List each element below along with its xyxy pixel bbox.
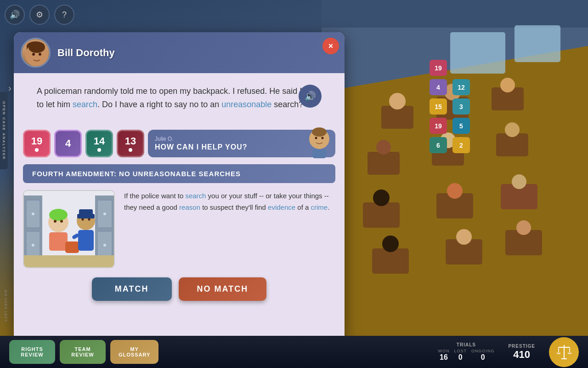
content-description: If the police want to search you or your… [124,190,335,268]
svg-point-70 [54,220,57,223]
settings-icon: ⚙ [36,10,43,20]
svg-point-65 [103,213,106,215]
svg-text:19: 19 [435,64,442,72]
dialog-body: A policeman randomly told me to open my … [23,73,335,130]
card-dot-1 [35,148,39,152]
card-14-teal[interactable]: 14 [85,130,113,157]
svg-text:6: 6 [436,142,440,149]
won-label: WON [438,349,449,353]
helper-avatar [305,127,333,161]
stats-section: TRIALS WON 16 LOST 0 ONGOING 0 PRESTIGE … [438,337,579,367]
svg-point-48 [28,42,45,53]
desc-mid3: of a [295,203,311,211]
audio-play-icon: 🔊 [305,91,316,102]
crime-link[interactable]: crime [311,203,328,211]
reason-link[interactable]: reason [179,203,200,211]
dialog-message: A policeman randomly told me to open my … [37,85,322,111]
side-panel-arrow[interactable]: › [8,83,11,93]
card-19-pink[interactable]: 19 [23,130,51,157]
no-match-button[interactable]: NO MATCH [179,277,267,301]
dialog-panel: Bill Dorothy × A policeman randomly told… [14,32,345,363]
amendment-banner: FOURTH AMENDMENT: NO UNREASONABLE SEARCH… [23,164,335,183]
svg-text:19: 19 [435,122,442,130]
side-panel-container: OPEN CASE ANALYZER › [0,92,8,169]
close-dialog-button[interactable]: × [322,38,339,54]
helper-avatar-svg [305,127,333,160]
trials-won: WON 16 [438,349,449,362]
card-dot-2 [97,148,101,152]
lost-value: 0 [458,353,463,362]
unreasonable-link[interactable]: unreasonable [221,100,271,109]
prestige-value: 410 [513,349,530,361]
desc-end: . [328,203,329,211]
my-glossary-label: MY GLOSSARY [119,346,150,357]
scales-svg [555,343,573,361]
ongoing-label: ONGOING [471,349,495,353]
svg-text:5: 5 [459,122,463,130]
help-icon: ? [62,10,67,20]
character-name: Bill Dorothy [57,47,115,59]
trials-group: TRIALS WON 16 LOST 0 ONGOING 0 [438,342,494,362]
svg-rect-77 [79,209,93,216]
svg-point-54 [322,137,324,139]
score-tiles: 19 4 12 15 19 3 5 6 2 [427,60,482,267]
svg-text:12: 12 [458,84,465,91]
svg-point-23 [373,190,390,206]
dialog-audio-button[interactable]: 🔊 [299,85,322,108]
card-13-red[interactable]: 13 [117,130,144,157]
search-link-1[interactable]: search [73,100,97,109]
ongoing-value: 0 [481,353,485,362]
audio-toggle-button[interactable]: 🔊 [5,5,25,25]
evidence-link[interactable]: evidence [268,203,295,211]
team-review-label: TEAM REVIEW [71,346,94,357]
svg-point-52 [312,127,327,137]
svg-point-79 [88,218,90,220]
svg-point-25 [512,174,526,189]
open-case-analyzer-tab[interactable]: OPEN CASE ANALYZER [0,92,8,169]
dialog-header: Bill Dorothy × [14,32,345,73]
scales-of-justice-icon [549,337,579,367]
card-dot-3 [129,148,132,152]
help-panel[interactable]: Julie O. HOW CAN I HELP YOU? [148,130,335,157]
action-buttons: MATCH NO MATCH [23,277,335,301]
svg-text:3: 3 [459,103,463,110]
message-text-mid: . Do I have a right to say no to an [97,100,221,109]
svg-point-61 [32,244,34,247]
bottom-toolbar: RIGHTS REVIEW TEAM REVIEW MY GLOSSARY TR… [0,336,588,368]
svg-point-20 [376,140,391,155]
svg-text:2: 2 [459,142,463,149]
card-number-13: 13 [125,135,136,147]
match-button[interactable]: MATCH [92,277,172,301]
svg-point-69 [49,209,68,221]
search-link-2[interactable]: search [185,192,206,200]
top-toolbar: 🔊 ⚙ ? [5,5,74,25]
settings-button[interactable]: ⚙ [29,5,50,25]
svg-rect-67 [24,255,115,268]
svg-text:4: 4 [436,84,440,91]
trials-ongoing: ONGOING 0 [471,349,495,362]
svg-point-53 [315,137,317,139]
svg-point-78 [82,218,84,220]
lost-label: LOST [454,349,467,353]
won-value: 16 [440,353,448,362]
audio-icon: 🔊 [10,10,20,20]
svg-point-26 [382,236,399,252]
helper-prompt: HOW CAN I HELP YOU? [155,143,299,151]
svg-rect-72 [49,232,68,251]
svg-text:15: 15 [435,103,442,110]
team-review-button[interactable]: TEAM REVIEW [60,340,106,364]
trials-lost: LOST 0 [454,349,467,362]
dialog-content: A policeman randomly told me to open my … [14,73,345,310]
rights-review-button[interactable]: RIGHTS REVIEW [9,340,55,364]
my-glossary-button[interactable]: MY GLOSSARY [110,340,158,364]
svg-rect-73 [65,242,79,253]
svg-point-60 [32,213,34,215]
prestige-section: PRESTIGE 410 [508,344,535,361]
svg-point-19 [500,78,515,92]
card-4-purple[interactable]: 4 [54,130,82,157]
avatar-face-svg [22,39,51,68]
card-selector-row: 19 4 14 13 Julie O. HOW CAN I HELP YOU? [23,130,335,157]
svg-rect-75 [78,230,94,251]
svg-rect-9 [363,202,400,228]
help-button[interactable]: ? [54,5,74,25]
